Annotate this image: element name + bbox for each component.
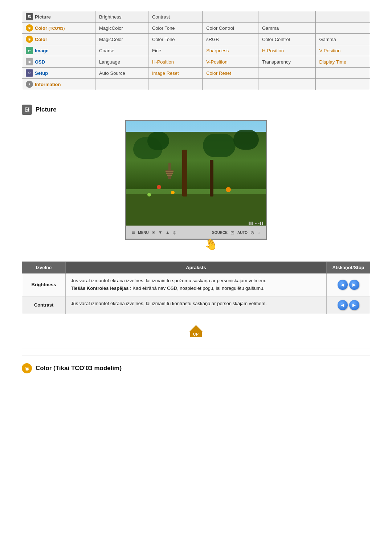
prev-button-brightness[interactable]: ◀ — [338, 280, 348, 290]
table-header-row: Izvēlne Apraksts Atskaņot/Stop — [22, 262, 370, 274]
color-section-title: Color (Tikai TCO'03 modelim) — [36, 365, 122, 372]
nav-menu-color[interactable]: ◉ Color — [22, 34, 95, 45]
picture-section-header: 🖼 Picture — [22, 105, 370, 115]
nav-cell[interactable]: Display Time — [315, 56, 370, 68]
information-label: Information — [35, 82, 61, 87]
nav-cell[interactable]: Color Control — [203, 23, 258, 34]
hand-icon: 🤚 — [202, 236, 219, 253]
menu-contrast: Contrast — [22, 296, 66, 314]
color-section: ◉ Color (Tikai TCO'03 modelim) — [22, 356, 370, 373]
nav-row-information: ℹ Information — [22, 79, 370, 90]
up-icon: ▲ — [166, 230, 170, 235]
hand-cursor: 🤚 — [204, 238, 217, 251]
nav-cell[interactable]: MagicColor — [95, 34, 148, 45]
nav-cell-empty — [258, 11, 315, 23]
picture-section-title: Picture — [36, 106, 57, 113]
btn-pair-contrast: ◀ ▶ — [332, 300, 365, 310]
nav-row-color-tco: ◉ Color (TCO'03) MagicColor Color Tone C… — [22, 23, 370, 34]
nav-cell[interactable]: Contrast — [148, 11, 202, 23]
nav-cell[interactable]: V-Position — [315, 45, 370, 56]
info-table: Izvēlne Apraksts Atskaņot/Stop Brightnes… — [22, 262, 370, 314]
indicator-icon: ○ — [257, 230, 260, 235]
picture-section-icon: 🖼 — [22, 105, 32, 115]
monitor-controls-bar: ≡ MENU ☀ ▼ ▲ ◎ SOURCE ⊡ AUTO ⊙ ○ — [125, 226, 267, 240]
next-button-brightness[interactable]: ▶ — [349, 280, 359, 290]
desc-brightness: Jūs varat izmantot ekrāna izvēlnes, lai … — [66, 274, 327, 296]
nav-cell-empty — [315, 68, 370, 79]
desc-brightness-text2: : Kad ekrānā nav OSD, nospiediet pogu, l… — [128, 285, 264, 291]
nav-cell-empty — [258, 79, 315, 90]
desc-contrast: Jūs varat izmantot ekrāna izvēlnes, lai … — [66, 296, 327, 314]
adjust-icon: ◎ — [173, 230, 176, 235]
btn-pair-brightness: ◀ ▶ — [332, 280, 365, 290]
osd-label: OSD — [35, 59, 45, 65]
next-button-contrast[interactable]: ▶ — [349, 300, 359, 310]
nav-cell-empty — [148, 79, 202, 90]
nav-cell[interactable]: H-Position — [148, 56, 202, 68]
source-icon: ⊡ — [230, 230, 234, 235]
nav-cell-empty — [203, 11, 258, 23]
nav-cell[interactable]: H-Position — [258, 45, 315, 56]
nav-cell-empty — [315, 23, 370, 34]
color-section-icon: ◉ — [22, 363, 32, 373]
nav-cell-empty — [95, 79, 148, 90]
nav-menu-picture[interactable]: 🖼 Picture — [22, 11, 95, 23]
brightness-icon: ☀ — [152, 230, 155, 235]
nav-cell-empty — [258, 68, 315, 79]
nav-cell[interactable]: Fine — [148, 45, 202, 56]
osd-icon: ▣ — [26, 58, 33, 65]
nav-cell[interactable]: Color Tone — [148, 23, 202, 34]
color-tco-label: Color (TCO'03) — [35, 25, 65, 31]
nav-cell[interactable]: Color Reset — [203, 68, 258, 79]
nav-menu-osd[interactable]: ▣ OSD — [22, 56, 95, 68]
stop-brightness: ◀ ▶ — [327, 274, 370, 296]
col-header-stop: Atskaņot/Stop — [327, 262, 370, 274]
nav-cell-empty — [315, 79, 370, 90]
image-icon: ⇄ — [26, 47, 33, 54]
controls-right: SOURCE ⊡ AUTO ⊙ ○ — [212, 230, 260, 235]
power-icon: ⊙ — [250, 230, 254, 235]
nav-menu-information[interactable]: ℹ Information — [22, 79, 95, 90]
nav-cell[interactable]: Language — [95, 56, 148, 68]
nav-cell[interactable]: Gamma — [315, 34, 370, 45]
nav-cell[interactable]: Gamma — [258, 23, 315, 34]
monitor-screen: ▌▌▌ ●● ■ ▌▌ — [125, 120, 267, 226]
nav-cell[interactable]: Sharpness — [203, 45, 258, 56]
nav-menu-image[interactable]: ⇄ Image — [22, 45, 95, 56]
monitor-container: ▌▌▌ ●● ■ ▌▌ ≡ MENU ☀ ▼ ▲ ◎ SOURCE ⊡ AUTO — [22, 120, 370, 251]
desc-contrast-text: Jūs varat izmantot ekrāna izvēlnes, lai … — [71, 301, 267, 306]
image-label: Image — [35, 48, 49, 53]
nav-row-osd: ▣ OSD Language H-Position V-Position Tra… — [22, 56, 370, 68]
nav-cell[interactable]: Auto Source — [95, 68, 148, 79]
setup-icon: ⚙ — [26, 69, 33, 77]
color-label: Color — [35, 37, 47, 42]
nav-row-picture: 🖼 Picture Brightness Contrast — [22, 11, 370, 23]
col-header-description: Apraksts — [66, 262, 327, 274]
table-row-contrast: Contrast Jūs varat izmantot ekrāna izvēl… — [22, 296, 370, 314]
nav-cell[interactable]: sRGB — [203, 34, 258, 45]
desc-brightness-text1: Jūs varat izmantot ekrāna izvēlnes, lai … — [71, 278, 266, 283]
color-section-header: ◉ Color (Tikai TCO'03 modelim) — [22, 363, 370, 373]
down-icon: ▼ — [158, 230, 163, 235]
nav-menu-color-tco[interactable]: ◉ Color (TCO'03) — [22, 23, 95, 34]
nav-cell[interactable]: Brightness — [95, 11, 148, 23]
nav-cell[interactable]: MagicColor — [95, 23, 148, 34]
nav-cell[interactable]: Color Tone — [148, 34, 202, 45]
picture-icon: 🖼 — [26, 13, 33, 20]
nav-cell[interactable]: Transparency — [258, 56, 315, 68]
nav-cell[interactable]: Image Reset — [148, 68, 202, 79]
nav-cell[interactable]: Color Control — [258, 34, 315, 45]
nav-menu-setup[interactable]: ⚙ Setup — [22, 68, 95, 79]
nav-cell[interactable]: V-Position — [203, 56, 258, 68]
setup-label: Setup — [35, 70, 48, 76]
up-icon[interactable]: UP — [189, 325, 203, 337]
nav-row-image: ⇄ Image Coarse Fine Sharpness H-Position… — [22, 45, 370, 56]
menu-brightness: Brightness — [22, 274, 66, 296]
menu-label[interactable]: MENU — [138, 231, 148, 235]
info-icon: ℹ — [26, 81, 33, 88]
up-arrow — [189, 325, 203, 332]
nav-cell[interactable]: Coarse — [95, 45, 148, 56]
prev-button-contrast[interactable]: ◀ — [338, 300, 348, 310]
desc-brightness-bold: Tiešās Kontroles Iespējas — [71, 285, 128, 291]
up-label: UP — [190, 332, 202, 337]
